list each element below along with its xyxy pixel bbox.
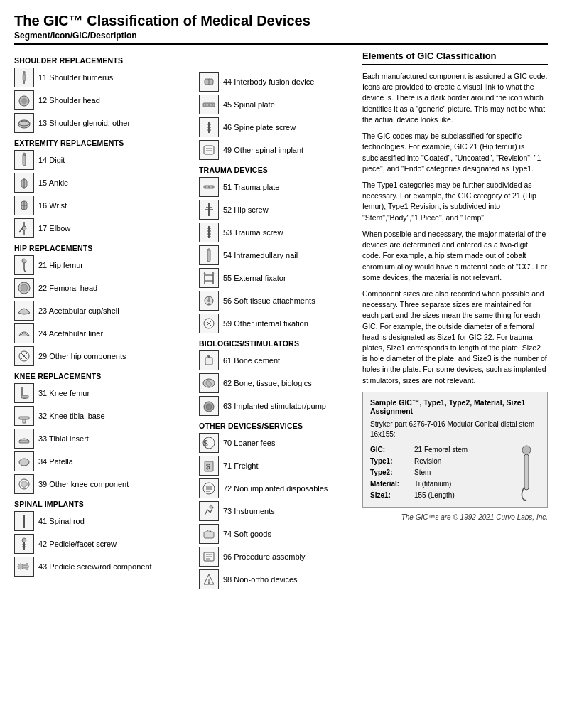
sample-box-title: Sample GIC™, Type1, Type2, Material, Siz… [370, 398, 540, 415]
list-item: 22 Femoral head [14, 278, 193, 298]
list-item: 72 Non implanted disposables [199, 478, 350, 498]
list-item: 13 Shoulder glenoid, other [14, 113, 193, 133]
svg-point-5 [18, 121, 30, 128]
list-item: 29 Other hip components [14, 346, 193, 366]
list-item: 51 Trauma plate [199, 177, 350, 197]
list-item: 31 Knee femur [14, 383, 193, 403]
icon-71: $ [199, 456, 219, 476]
list-item: 17 Elbow [14, 218, 193, 238]
list-item: 56 Soft tissue attachments [199, 291, 350, 311]
section-spinal: SPINAL IMPLANTS [14, 500, 193, 508]
icon-42 [14, 534, 34, 554]
sample-image [513, 444, 540, 501]
icon-23 [14, 301, 34, 321]
icon-59 [199, 314, 219, 333]
svg-point-17 [22, 259, 26, 263]
list-item: 45 Spinal plate [199, 95, 350, 114]
icon-52 [199, 200, 219, 220]
svg-point-27 [19, 459, 29, 466]
list-item: 33 Tibial insert [14, 429, 193, 449]
list-item: 11 Shoulder humerus [14, 68, 193, 87]
list-item: 43 Pedicle screw/rod component [14, 557, 193, 577]
sample-box: Sample GIC™, Type1, Type2, Material, Siz… [362, 392, 548, 508]
svg-point-72 [207, 299, 210, 302]
icon-13 [14, 113, 34, 133]
svg-rect-2 [23, 74, 26, 81]
icon-24 [14, 323, 34, 343]
svg-point-42 [208, 104, 210, 106]
gic-val: 21 Femoral stem [414, 444, 507, 456]
icon-21 [14, 255, 34, 275]
paragraph-5: Component sizes are also recorded when p… [362, 289, 548, 386]
svg-rect-35 [23, 565, 28, 568]
svg-point-64 [208, 249, 210, 251]
icon-32 [14, 406, 34, 426]
svg-point-43 [212, 104, 214, 106]
list-item: $ 71 Freight [199, 456, 350, 476]
icon-70: $ [199, 433, 219, 453]
icon-73 [199, 501, 219, 521]
icon-44 [199, 72, 219, 92]
section-hip: HIP REPLACEMENTS [14, 244, 193, 252]
icon-17 [14, 218, 34, 238]
list-item: 59 Other internal fixation [199, 314, 350, 333]
type1-val: Revision [414, 456, 507, 467]
list-item: 32 Knee tibial base [14, 406, 193, 426]
list-item: 74 Soft goods [199, 524, 350, 544]
svg-rect-48 [204, 146, 214, 154]
paragraph-4: When possible and necessary, the major m… [362, 229, 548, 283]
svg-point-19 [21, 284, 28, 291]
list-item: 44 Interbody fusion device [199, 72, 350, 92]
list-item: 62 Bone, tissue, biologics [199, 373, 350, 393]
svg-text:$: $ [206, 463, 210, 471]
list-item: $ 70 Loaner fees [199, 433, 350, 453]
material-key: Material: [370, 478, 411, 490]
list-item: 53 Trauma screw [199, 223, 350, 242]
svg-rect-25 [23, 419, 26, 423]
paragraph-2: The GIC codes may be subclassified for s… [362, 131, 548, 174]
right-column: Elements of GIC Classification Each manu… [355, 50, 548, 592]
svg-rect-93 [204, 532, 214, 538]
paragraph-1: Each manufactured component is assigned … [362, 71, 548, 125]
list-item: 42 Pedicle/facet screw [14, 534, 193, 554]
size1-val: 155 (Length) [414, 490, 507, 501]
icon-46 [199, 117, 219, 137]
icon-11 [14, 68, 34, 87]
svg-rect-63 [207, 249, 210, 262]
svg-point-53 [208, 186, 210, 188]
icon-74 [199, 524, 219, 544]
svg-point-1 [23, 71, 26, 74]
icon-49 [199, 140, 219, 160]
svg-point-54 [212, 186, 213, 188]
svg-rect-23 [21, 395, 28, 398]
svg-point-92 [210, 505, 212, 508]
icon-41 [14, 511, 34, 531]
list-item: 41 Spinal rod [14, 511, 193, 531]
right-col-title: Elements of GIC Classification [362, 50, 548, 65]
list-item: 23 Acetabular cup/shell [14, 301, 193, 321]
sample-table: GIC:21 Femoral stem Type1:Revision Type2… [370, 444, 507, 501]
type1-key: Type1: [370, 456, 411, 467]
list-item: 46 Spine plate screw [199, 117, 350, 137]
section-other-devices: OTHER DEVICES/SERVICES [199, 422, 350, 430]
left-column: SHOULDER REPLACEMENTS 11 Shoulder humeru… [14, 50, 199, 592]
list-item: 14 Digit [14, 150, 193, 170]
icon-14 [14, 150, 34, 170]
list-item: 98 Non-ortho devices [199, 569, 350, 589]
list-item: 61 Bone cement [199, 350, 350, 370]
icon-51 [199, 177, 219, 197]
svg-point-88 [203, 483, 215, 494]
footer: The GIC™s are © 1992-2021 Curvo Labs, In… [362, 513, 548, 521]
list-item: 52 Hip screw [199, 200, 350, 220]
list-item: 34 Patella [14, 451, 193, 471]
icon-43 [14, 557, 34, 577]
icon-96 [199, 547, 219, 567]
paragraph-3: The Type1 categories may be further subd… [362, 180, 548, 223]
list-item: 73 Instruments [199, 501, 350, 521]
middle-column: 44 Interbody fusion device 45 Spinal pla… [199, 50, 355, 592]
svg-point-30 [22, 538, 26, 542]
section-shoulder: SHOULDER REPLACEMENTS [14, 56, 193, 65]
svg-point-41 [205, 104, 207, 106]
size1-key: Size1: [370, 490, 411, 501]
svg-point-69 [204, 273, 206, 275]
